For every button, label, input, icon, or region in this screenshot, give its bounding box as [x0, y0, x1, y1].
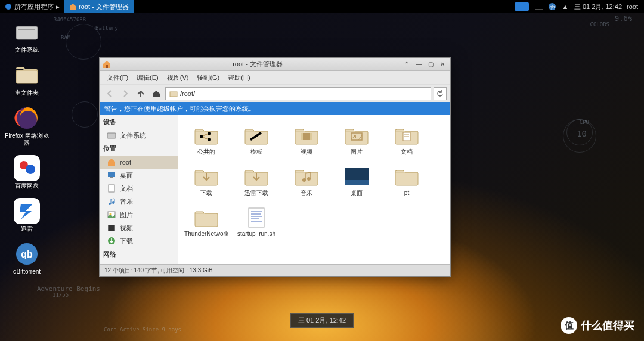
document-icon: [107, 184, 116, 193]
file-item[interactable]: 图片: [333, 121, 380, 157]
home-icon: [107, 157, 116, 167]
address-path: /root/: [180, 90, 195, 97]
sidebar-item-label: 桌面: [120, 171, 133, 180]
menu-edit[interactable]: 编辑(E): [133, 72, 162, 83]
svg-rect-16: [110, 177, 113, 178]
hud-adventure-count: 11/55: [52, 292, 69, 298]
panel-clock[interactable]: 三 01 2月, 12:42: [574, 2, 622, 11]
window-menu-button[interactable]: ⌃: [401, 60, 412, 69]
titlebar[interactable]: root - 文件管理器 ⌃ — ▢ ✕: [100, 58, 450, 71]
taskbar-item-label: root - 文件管理器: [79, 2, 129, 11]
folder-icon: [14, 64, 40, 86]
hud-cpu-value: 10: [577, 129, 587, 138]
music-icon: [107, 197, 116, 206]
address-bar[interactable]: /root/: [165, 87, 431, 100]
close-button[interactable]: ✕: [437, 60, 448, 69]
desktop-icon-home[interactable]: 主文件夹: [5, 60, 49, 99]
system-tray: qb ▲ 三 01 2月, 12:42 root: [529, 2, 644, 11]
desktop-icon-filesystem[interactable]: 文件系统: [5, 17, 49, 56]
folder-icon: [343, 123, 370, 147]
svg-rect-41: [249, 208, 264, 227]
home-icon: [69, 3, 76, 10]
sidebar-item-videos[interactable]: 视频: [100, 221, 178, 234]
file-label: ThunderNetwork: [184, 231, 228, 237]
desktop-icon-xunlei[interactable]: 迅雷: [5, 196, 49, 235]
chevron-right-icon: ▸: [56, 3, 60, 11]
download-icon: [107, 236, 116, 246]
menubar: 文件(F) 编辑(E) 视图(V) 转到(G) 帮助(H): [100, 71, 450, 84]
file-label: startup_run.sh: [237, 231, 275, 237]
tray-workspace-indicator[interactable]: [515, 2, 529, 11]
sidebar-item-downloads[interactable]: 下载: [100, 234, 178, 247]
file-item[interactable]: ThunderNetwork: [183, 203, 230, 240]
sidebar-item-label: root: [120, 159, 131, 166]
desktop-icons-container: 文件系统 主文件夹 Firefox 网络浏览器 百度网盘 迅雷 qb qBitt…: [5, 17, 49, 278]
sidebar-item-root[interactable]: root: [100, 156, 178, 169]
bottom-clock-widget[interactable]: 三 01 2月, 12:42: [290, 313, 354, 328]
folder-icon: [243, 123, 270, 147]
forward-button[interactable]: [119, 87, 132, 100]
sidebar-item-desktop[interactable]: 桌面: [100, 169, 178, 182]
arrow-right-icon: [121, 89, 129, 98]
panel-user[interactable]: root: [627, 3, 638, 10]
baidu-icon: [16, 157, 38, 179]
menu-view[interactable]: 视图(V): [163, 72, 193, 83]
desktop-icon-firefox[interactable]: Firefox 网络浏览器: [5, 103, 49, 149]
file-item[interactable]: pt: [383, 162, 430, 199]
svg-rect-14: [107, 133, 116, 138]
file-item[interactable]: 音乐: [283, 162, 330, 199]
notification-icon[interactable]: ▲: [561, 2, 569, 11]
up-button[interactable]: [134, 87, 147, 100]
svg-point-37: [302, 178, 306, 182]
back-button[interactable]: [103, 87, 116, 100]
file-item[interactable]: 文档: [383, 121, 430, 157]
desktop-icon: [107, 170, 116, 180]
menu-go[interactable]: 转到(G): [193, 72, 223, 83]
desktop-icon-baidu[interactable]: 百度网盘: [5, 153, 49, 192]
keyboard-icon[interactable]: [535, 2, 543, 11]
root-warning-bar: 警告，您正在使用超级帐户，可能会损害您的系统。: [100, 102, 450, 115]
maximize-button[interactable]: ▢: [425, 60, 436, 69]
svg-point-0: [5, 4, 11, 10]
file-view[interactable]: 公共的模板视频图片文档下载迅雷下载音乐桌面ptThunderNetworksta…: [178, 115, 450, 264]
menu-file[interactable]: 文件(F): [103, 72, 132, 83]
svg-point-26: [200, 135, 203, 138]
taskbar-item-filemanager[interactable]: root - 文件管理器: [64, 0, 134, 13]
home-icon: [102, 60, 112, 69]
file-item[interactable]: 公共的: [183, 121, 230, 157]
file-item[interactable]: 桌面: [333, 162, 380, 199]
menu-help[interactable]: 帮助(H): [224, 72, 253, 83]
file-item[interactable]: 视频: [283, 121, 330, 157]
watermark-text: 什么值得买: [581, 318, 634, 333]
sidebar-item-pictures[interactable]: 图片: [100, 208, 178, 221]
drive-icon: [107, 131, 116, 140]
file-item[interactable]: 迅雷下载: [233, 162, 280, 199]
sidebar-item-label: 下载: [120, 237, 133, 246]
file-item[interactable]: 模板: [233, 121, 280, 157]
svg-point-19: [112, 202, 114, 204]
file-item[interactable]: startup_run.sh: [233, 203, 280, 240]
home-icon: [152, 89, 160, 98]
reload-button[interactable]: [434, 87, 447, 100]
file-item[interactable]: 下载: [183, 162, 230, 199]
desktop-icon-label: 百度网盘: [15, 182, 39, 190]
desktop-thumbnail-icon: [343, 165, 370, 188]
qbittorrent-icon: qb: [14, 241, 40, 267]
desktop-icon-qbittorrent[interactable]: qb qBittorrent: [5, 238, 49, 278]
folder-icon: [193, 165, 220, 188]
qbittorrent-tray-icon[interactable]: qb: [548, 2, 556, 11]
minimize-button[interactable]: —: [413, 60, 424, 69]
drive-icon: [14, 21, 40, 43]
hud-cpu-label: CPU: [580, 119, 589, 125]
svg-point-38: [307, 177, 311, 181]
all-apps-menu[interactable]: 所有应用程序 ▸: [0, 0, 64, 13]
sidebar-item-filesystem[interactable]: 文件系统: [100, 129, 178, 142]
sidebar-item-label: 视频: [120, 224, 133, 232]
home-button[interactable]: [150, 87, 163, 100]
folder-icon: [169, 89, 178, 98]
desktop-icon-label: qBittorrent: [13, 268, 41, 275]
file-label: 音乐: [301, 190, 312, 196]
sidebar-item-music[interactable]: 音乐: [100, 195, 178, 208]
sidebar-item-documents[interactable]: 文档: [100, 182, 178, 195]
file-manager-window: root - 文件管理器 ⌃ — ▢ ✕ 文件(F) 编辑(E) 视图(V) 转…: [99, 57, 451, 277]
